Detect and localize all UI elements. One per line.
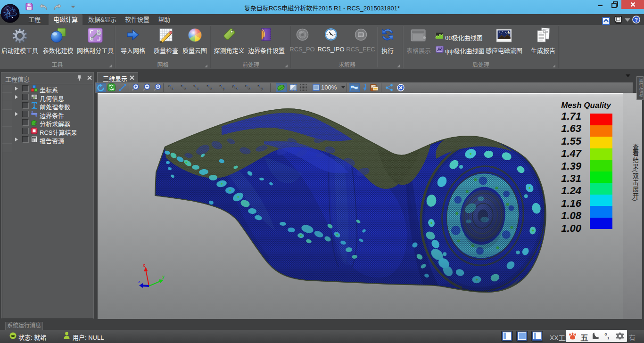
svg-text:z: z <box>257 84 259 88</box>
svg-text:y: y <box>162 274 165 279</box>
svg-text:y: y <box>232 84 234 88</box>
svg-text:z: z <box>219 84 221 88</box>
svg-text:z: z <box>245 84 247 88</box>
svg-text:x: x <box>168 84 170 88</box>
svg-text:x: x <box>143 263 145 268</box>
svg-text:z: z <box>138 279 140 284</box>
svg-text:z: z <box>206 84 208 88</box>
svg-text:z: z <box>181 84 182 88</box>
svg-text:?: ? <box>635 17 638 23</box>
svg-text:x: x <box>193 84 195 88</box>
